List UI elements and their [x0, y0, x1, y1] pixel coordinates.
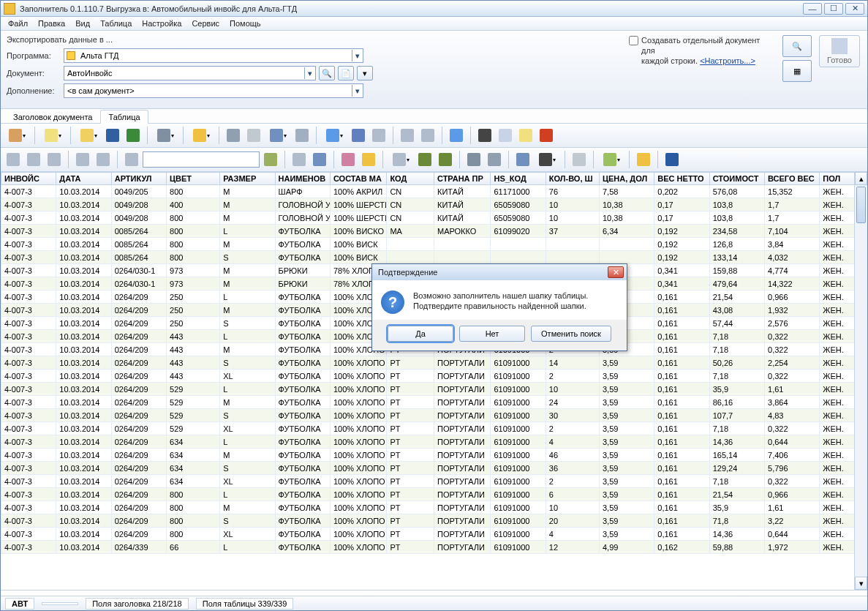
table-row[interactable]: 4-007-310.03.20140085/264800MФУТБОЛКА100… [1, 238, 867, 251]
gear2-button[interactable] [464, 150, 483, 169]
share-button[interactable] [485, 150, 504, 169]
iata-button[interactable] [103, 126, 122, 145]
column-header[interactable]: КОД [387, 173, 434, 185]
table-row[interactable]: 4-007-310.03.20140264/209634LФУТБОЛКА100… [1, 435, 867, 449]
table-row[interactable]: 4-007-310.03.20140264/209800MФУТБОЛКА100… [1, 501, 867, 514]
save-button[interactable] [94, 150, 113, 169]
document-dropdown-arrow[interactable]: ▾ [304, 67, 314, 79]
down-button[interactable] [415, 150, 434, 169]
menu-item-4[interactable]: Настройка [142, 19, 181, 28]
db-dropdown-arrow[interactable]: ▾ [171, 132, 174, 139]
cols-button[interactable] [290, 150, 309, 169]
dialog-cancel-button[interactable]: Отменить поиск [531, 326, 611, 342]
menu-item-3[interactable]: Таблица [100, 19, 132, 28]
table-row[interactable]: 4-007-310.03.20140264/209634SФУТБОЛКА100… [1, 462, 867, 475]
star-button[interactable] [634, 150, 653, 169]
minimize-button[interactable]: — [803, 3, 822, 15]
undo-button[interactable] [224, 126, 243, 145]
data-grid-scroll[interactable]: ИНВОЙСДАТААРТИКУЛЦВЕТРАЗМЕРНАИМЕНОВСОСТА… [1, 172, 867, 590]
pin-button[interactable] [349, 126, 368, 145]
table-row[interactable]: 4-007-310.03.20140264/209800LФУТБОЛКА100… [1, 488, 867, 501]
column-header[interactable]: HS_КОД [491, 173, 546, 185]
table-row[interactable]: 4-007-310.03.20140264/33966LФУТБОЛКА100%… [1, 541, 867, 554]
dialog-yes-button[interactable]: Да [388, 326, 453, 342]
eraser-button[interactable] [339, 150, 358, 169]
print-button[interactable] [4, 150, 23, 169]
cut-button[interactable] [475, 126, 494, 145]
funnel-button[interactable] [513, 150, 532, 169]
mark-dropdown-arrow[interactable]: ▾ [407, 157, 410, 163]
document-new-button[interactable]: 📄 [338, 66, 354, 80]
search2-button[interactable] [310, 150, 329, 169]
scroll-thumb[interactable] [856, 187, 866, 223]
column-header[interactable]: СТРАНА ПР [434, 173, 490, 185]
column-header[interactable]: ИНВОЙС [1, 173, 56, 185]
copy-button[interactable] [496, 126, 515, 145]
mark-button[interactable]: ▾ [388, 150, 414, 169]
paste-button[interactable]: ▾ [39, 126, 66, 145]
users-button[interactable] [45, 150, 64, 169]
pointer-dropdown-arrow[interactable]: ▾ [284, 132, 287, 139]
delete-button[interactable] [537, 126, 556, 145]
menu-item-5[interactable]: Сервис [192, 19, 219, 28]
swap-dropdown-arrow[interactable]: ▾ [340, 132, 343, 139]
dialog-no-button[interactable]: Нет [459, 326, 525, 342]
paste-dropdown-arrow[interactable]: ▾ [59, 132, 61, 139]
table-row[interactable]: 4-007-310.03.20140264/209800XLФУТБОЛКА10… [1, 528, 867, 541]
gear-button[interactable]: ▾ [188, 126, 214, 145]
scroll-up-button[interactable]: ▴ [855, 172, 867, 185]
table-row[interactable]: 4-007-310.03.20140264/209529LФУТБОЛКА100… [1, 383, 867, 396]
paste2-button[interactable] [516, 126, 535, 145]
column-header[interactable]: АРТИКУЛ [111, 173, 166, 185]
layout-button[interactable]: ▦ [782, 60, 812, 82]
table-row[interactable]: 4-007-310.03.20140264/209443SФУТБОЛКА100… [1, 356, 867, 370]
tab-doc-header[interactable]: Заголовок документа [5, 110, 100, 124]
db-button[interactable]: ▾ [152, 126, 178, 145]
excel-button[interactable] [124, 126, 143, 145]
brush-button[interactable]: ▾ [4, 126, 30, 145]
folder-dropdown-arrow[interactable]: ▾ [94, 132, 97, 139]
page-button[interactable] [122, 150, 141, 169]
down2-button[interactable] [436, 150, 455, 169]
zoom-button[interactable] [447, 126, 466, 145]
program-dropdown-arrow[interactable]: ▾ [352, 50, 362, 61]
col1-button[interactable] [398, 126, 417, 145]
user-button[interactable] [24, 150, 43, 169]
filter-combo[interactable] [143, 151, 260, 168]
pencil-button[interactable] [359, 150, 378, 169]
refresh-button[interactable] [261, 150, 280, 169]
table-row[interactable]: 4-007-310.03.20140049/208400MГОЛОВНОЙ У1… [1, 198, 867, 211]
fx-dropdown-arrow[interactable]: ▾ [553, 157, 556, 163]
table-row[interactable]: 4-007-310.03.20140264/209634XLФУТБОЛКА10… [1, 475, 867, 488]
scroll-down-button[interactable]: ▾ [855, 577, 867, 590]
column-header[interactable]: ДАТА [56, 173, 111, 185]
table-row[interactable]: 4-007-310.03.20140264/209634MФУТБОЛКА100… [1, 449, 867, 462]
column-header[interactable]: ЦЕНА, ДОЛ [599, 173, 654, 185]
column-header[interactable]: РАЗМЕР [220, 173, 275, 185]
highlight-button[interactable]: ▾ [598, 150, 624, 169]
tab-table[interactable]: Таблица [100, 110, 148, 124]
table-row[interactable]: 4-007-310.03.20140085/264800LФУТБОЛКА100… [1, 225, 867, 238]
open2-button[interactable] [73, 150, 92, 169]
column-header[interactable]: СОСТАВ МА [330, 173, 386, 185]
done-button[interactable]: Готово [819, 35, 860, 67]
program-combo[interactable] [64, 48, 363, 63]
column-header[interactable]: ВЕС НЕТТО [654, 173, 709, 185]
column-header[interactable]: КОЛ-ВО, Ш [546, 173, 599, 185]
addition-dropdown-arrow[interactable]: ▾ [352, 85, 362, 97]
table-button[interactable] [570, 150, 589, 169]
grid-button[interactable] [244, 126, 263, 145]
column-header[interactable]: ВСЕГО ВЕС [765, 173, 820, 185]
addition-combo[interactable] [64, 83, 363, 98]
swap-button[interactable]: ▾ [321, 126, 347, 145]
menu-item-6[interactable]: Помощь [230, 19, 261, 28]
document-more-button[interactable]: ▾ [357, 66, 373, 80]
vertical-scrollbar[interactable]: ▴ ▾ [854, 172, 867, 590]
preview-button[interactable]: 🔍 [782, 35, 812, 57]
configure-link[interactable]: <Настроить...> [700, 56, 755, 65]
highlight-dropdown-arrow[interactable]: ▾ [617, 157, 620, 163]
maximize-button[interactable]: ☐ [824, 3, 843, 15]
menu-item-2[interactable]: Вид [75, 19, 90, 28]
close-button[interactable]: ✕ [845, 3, 864, 15]
assign-button[interactable] [369, 126, 388, 145]
